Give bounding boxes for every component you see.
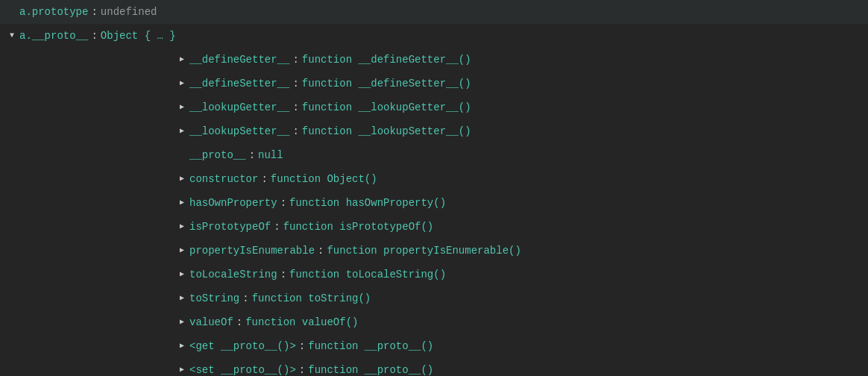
- hasOwnProperty-row[interactable]: hasOwnProperty : function hasOwnProperty…: [0, 191, 868, 215]
- toLocaleString-colon: :: [280, 264, 286, 285]
- constructor-value: function Object(): [271, 169, 377, 189]
- toLocaleString-value: function toLocaleString(): [289, 264, 446, 285]
- get-proto-row[interactable]: <get __proto__()> : function __proto__(): [0, 334, 868, 358]
- get-proto-triangle-icon[interactable]: [176, 340, 188, 352]
- get-proto-value: function __proto__(): [308, 336, 433, 357]
- defineSetter-key: __defineSetter__: [189, 73, 289, 94]
- toLocaleString-row[interactable]: toLocaleString : function toLocaleString…: [0, 263, 868, 286]
- constructor-row[interactable]: constructor : function Object(): [0, 167, 868, 191]
- defineSetter-triangle-icon[interactable]: [176, 78, 188, 90]
- proto-null-value: null: [258, 145, 283, 166]
- lookupGetter-key: __lookupGetter__: [189, 97, 289, 118]
- defineGetter-value: function __defineGetter__(): [302, 49, 471, 70]
- propertyIsEnumerable-triangle-icon[interactable]: [176, 245, 188, 257]
- lookupSetter-colon: :: [292, 121, 298, 142]
- toString-colon: :: [242, 288, 248, 309]
- lookupSetter-triangle-icon[interactable]: [176, 125, 188, 137]
- lookupSetter-key: __lookupSetter__: [189, 121, 289, 142]
- valueOf-value: function valueOf(): [245, 312, 358, 333]
- prototype-value: undefined: [101, 1, 157, 22]
- proto-null-row: __proto__ : null: [0, 143, 868, 167]
- toString-row[interactable]: toString : function toString(): [0, 286, 868, 310]
- isPrototypeOf-row[interactable]: isPrototypeOf : function isPrototypeOf(): [0, 215, 868, 239]
- valueOf-triangle-icon[interactable]: [176, 316, 188, 328]
- lookupGetter-value: function __lookupGetter__(): [302, 97, 471, 118]
- isPrototypeOf-colon: :: [274, 216, 280, 237]
- get-proto-colon: :: [299, 336, 305, 357]
- set-proto-key: <set __proto__()>: [189, 360, 296, 376]
- proto-null-key: __proto__: [189, 145, 246, 166]
- defineGetter-row[interactable]: __defineGetter__ : function __defineGett…: [0, 48, 868, 72]
- valueOf-colon: :: [236, 312, 242, 333]
- prototype-row: a.prototype : undefined: [0, 0, 868, 24]
- isPrototypeOf-triangle-icon[interactable]: [176, 221, 188, 233]
- toLocaleString-key: toLocaleString: [189, 264, 277, 285]
- defineSetter-colon: :: [292, 73, 298, 94]
- lookupGetter-colon: :: [292, 97, 298, 118]
- defineSetter-value: function __defineSetter__(): [302, 73, 471, 94]
- inspector-panel: a.prototype : undefined a.__proto__ : Ob…: [0, 0, 868, 376]
- toString-value: function toString(): [252, 288, 371, 309]
- set-proto-row[interactable]: <set __proto__()> : function __proto__(): [0, 358, 868, 376]
- lookupGetter-row[interactable]: __lookupGetter__ : function __lookupGett…: [0, 95, 868, 119]
- prototype-key: a.prototype: [19, 1, 88, 22]
- lookupSetter-row[interactable]: __lookupSetter__ : function __lookupSett…: [0, 119, 868, 143]
- propertyIsEnumerable-colon: :: [318, 240, 324, 261]
- defineGetter-colon: :: [292, 49, 298, 70]
- propertyIsEnumerable-value: function propertyIsEnumerable(): [327, 240, 521, 261]
- defineGetter-key: __defineGetter__: [189, 49, 289, 70]
- propertyIsEnumerable-row[interactable]: propertyIsEnumerable : function property…: [0, 239, 868, 263]
- lookupGetter-triangle-icon[interactable]: [176, 101, 188, 113]
- toString-key: toString: [189, 288, 239, 309]
- proto-triangle-down-icon[interactable]: [6, 30, 18, 42]
- hasOwnProperty-colon: :: [280, 192, 286, 213]
- set-proto-triangle-icon[interactable]: [176, 364, 188, 376]
- hasOwnProperty-triangle-icon[interactable]: [176, 197, 188, 209]
- lookupSetter-value: function __lookupSetter__(): [302, 121, 471, 142]
- constructor-key: constructor: [189, 169, 258, 189]
- proto-key: a.__proto__: [19, 25, 88, 46]
- proto-value: Object { … }: [101, 25, 176, 46]
- valueOf-row[interactable]: valueOf : function valueOf(): [0, 310, 868, 334]
- proto-row[interactable]: a.__proto__ : Object { … }: [0, 24, 868, 48]
- constructor-triangle-icon[interactable]: [176, 173, 188, 185]
- set-proto-colon: :: [299, 360, 305, 376]
- propertyIsEnumerable-key: propertyIsEnumerable: [189, 240, 315, 261]
- constructor-colon: :: [261, 169, 267, 189]
- defineSetter-row[interactable]: __defineSetter__ : function __defineSett…: [0, 72, 868, 95]
- proto-null-colon: :: [249, 145, 255, 166]
- toString-triangle-icon[interactable]: [176, 292, 188, 304]
- hasOwnProperty-key: hasOwnProperty: [189, 192, 277, 213]
- set-proto-value: function __proto__(): [308, 360, 433, 376]
- toLocaleString-triangle-icon[interactable]: [176, 269, 188, 281]
- prototype-colon: :: [91, 1, 97, 22]
- proto-colon: :: [91, 25, 97, 46]
- get-proto-key: <get __proto__()>: [189, 336, 296, 357]
- hasOwnProperty-value: function hasOwnProperty(): [289, 192, 446, 213]
- defineGetter-triangle-icon[interactable]: [176, 54, 188, 66]
- isPrototypeOf-key: isPrototypeOf: [189, 216, 271, 237]
- isPrototypeOf-value: function isPrototypeOf(): [283, 216, 434, 237]
- valueOf-key: valueOf: [189, 312, 233, 333]
